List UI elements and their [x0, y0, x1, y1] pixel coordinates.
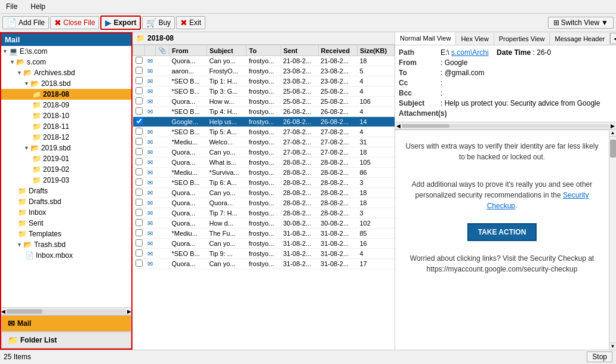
th-received[interactable]: Received [318, 45, 357, 56]
exit-button[interactable]: ✖ Exit [176, 16, 205, 29]
row-checkbox[interactable] [135, 87, 143, 94]
table-row[interactable]: ✉*Mediu...*Surviva...frostyo...28-08-2..… [133, 168, 395, 178]
table-row[interactable]: ✉Quora...Can yo...frostyo...21-08-2...21… [133, 56, 395, 66]
table-row[interactable]: ✉Quora...Tip 7: H...frostyo...28-08-2...… [133, 208, 395, 218]
table-row[interactable]: ✉Quora...Can yo...frostyo...27-08-2...27… [133, 147, 395, 158]
switch-view-button[interactable]: ⊞ Switch View ▼ [548, 17, 614, 29]
table-row[interactable]: ✉aaron...FrostyO...frostyo...23-08-2...2… [133, 66, 395, 76]
table-row[interactable]: ✉*SEO B...Tip 6: A...frostyo...28-08-2..… [133, 178, 395, 188]
tab-message-header[interactable]: Message Header [550, 33, 610, 45]
row-checkbox[interactable] [135, 229, 143, 236]
tree-node-archives[interactable]: ▼📂Archives.sbd [1, 67, 131, 78]
row-checkbox[interactable] [135, 128, 143, 135]
th-to[interactable]: To [247, 45, 281, 56]
left-horizontal-scrollbar[interactable]: ◀ ▶ [1, 307, 131, 314]
table-row[interactable]: ✉Google...Help us...frostyo...26-08-2...… [133, 117, 395, 127]
tree-node-draftssbd[interactable]: 📁Drafts.sbd [1, 196, 131, 207]
add-file-button[interactable]: 📄 Add File [2, 16, 49, 29]
tree-node-e_root[interactable]: ▼💻E:\s.com [1, 46, 131, 57]
tree-node-templates[interactable]: 📁Templates [1, 229, 131, 239]
row-checkbox[interactable] [135, 138, 143, 145]
row-checkbox[interactable] [135, 107, 143, 115]
th-subject[interactable]: Subject [207, 45, 246, 56]
row-checkbox[interactable] [135, 260, 143, 267]
row-checkbox[interactable] [135, 148, 143, 155]
tree-node-2018-08[interactable]: 📁2018-08 [1, 89, 131, 100]
table-row[interactable]: ✉*SEO B...Tip 1: H...frostyo...23-08-2..… [133, 76, 395, 87]
tree-node-2018-10[interactable]: 📁2018-10 [1, 110, 131, 121]
row-size: 18 [358, 198, 395, 208]
tree-node-trashsbd[interactable]: ▼📂Trash.sbd [1, 239, 131, 250]
tab-normal-mail-view[interactable]: Normal Mail View [395, 32, 456, 45]
tab-mail[interactable]: ✉ Mail [1, 315, 131, 332]
tree-node-sub1[interactable]: ▼📂s.com [1, 57, 131, 67]
row-checkbox[interactable] [135, 168, 143, 175]
right-scroll-left-icon[interactable]: ◀ [396, 123, 401, 129]
right-scroll-up-icon[interactable]: ▲ [609, 129, 616, 137]
row-checkbox[interactable] [135, 178, 143, 186]
row-checkbox[interactable] [135, 67, 143, 74]
row-checkbox[interactable] [135, 249, 143, 257]
tab-hex-view[interactable]: Hex View [456, 33, 494, 45]
tree-node-inbox[interactable]: 📁Inbox [1, 207, 131, 218]
row-checkbox[interactable] [135, 239, 143, 246]
tree-node-inbox_mbox[interactable]: 📄Inbox.mbox [1, 250, 131, 261]
row-checkbox[interactable] [135, 219, 143, 226]
right-header-scroll[interactable]: ◀ ▶ [395, 122, 616, 129]
tree-node-2019-02[interactable]: 📁2019-02 [1, 164, 131, 175]
table-row[interactable]: ✉Quora...How w...frostyo...25-08-2...25-… [133, 97, 395, 107]
stop-button[interactable]: Stop [587, 351, 612, 362]
tab-nav-left[interactable]: ◀ [610, 33, 616, 44]
th-size[interactable]: Size(KB) [358, 45, 395, 56]
row-from: Quora... [170, 208, 207, 218]
row-checkbox[interactable] [135, 209, 143, 216]
folder-tree[interactable]: ▼💻E:\s.com▼📂s.com▼📂Archives.sbd▼📂2018.sb… [1, 46, 131, 307]
scroll-left-icon[interactable]: ◀ [1, 309, 5, 314]
row-checkbox[interactable] [135, 57, 143, 64]
table-row[interactable]: ✉Quora...What is...frostyo...28-08-2...2… [133, 158, 395, 168]
th-sent[interactable]: Sent [281, 45, 318, 56]
table-row[interactable]: ✉*SEO B...Tip 9: ...frostyo...31-08-2...… [133, 249, 395, 259]
row-checkbox[interactable] [135, 189, 143, 196]
scroll-right-icon[interactable]: ▶ [127, 309, 131, 314]
row-checkbox[interactable] [135, 118, 143, 125]
close-file-button[interactable]: ✖ Close File [50, 16, 99, 29]
table-row[interactable]: ✉*SEO B...Tip 3: G...frostyo...25-08-2..… [133, 87, 395, 97]
th-from[interactable]: From [170, 45, 207, 56]
table-row[interactable]: ✉*Mediu...The Fu...frostyo...31-08-2...3… [133, 229, 395, 239]
export-button[interactable]: ▶ Export [100, 16, 141, 30]
row-checkbox[interactable] [135, 97, 143, 104]
right-scroll-right-icon[interactable]: ▶ [611, 123, 615, 129]
menu-help[interactable]: Help [27, 1, 49, 12]
tree-node-2019-03[interactable]: 📁2019-03 [1, 175, 131, 186]
table-row[interactable]: ✉*SEO B...Tip 5: A...frostyo...27-08-2..… [133, 127, 395, 137]
row-sent: 21-08-2... [281, 56, 318, 66]
take-action-button[interactable]: TAKE ACTION [467, 223, 537, 241]
tree-node-sent[interactable]: 📁Sent [1, 218, 131, 229]
row-checkbox[interactable] [135, 77, 143, 84]
tree-node-2019-01[interactable]: 📁2019-01 [1, 153, 131, 164]
table-row[interactable]: ✉*Mediu...Welco...frostyo...27-08-2...27… [133, 137, 395, 147]
row-checkbox[interactable] [135, 158, 143, 165]
tree-node-2018sbd[interactable]: ▼📂2018.sbd [1, 78, 131, 89]
buy-button[interactable]: 🛒 Buy [142, 16, 175, 29]
tree-node-drafts[interactable]: 📁Drafts [1, 186, 131, 196]
email-list[interactable]: 📎 From Subject To Sent Received Size(KB)… [133, 45, 395, 350]
tree-node-2019sbd[interactable]: ▼📂2019.sbd [1, 143, 131, 153]
table-row[interactable]: ✉*SEO B...Tip 4: H...frostyo...26-08-2..… [133, 107, 395, 117]
menu-file[interactable]: File [2, 1, 21, 12]
table-row[interactable]: ✉Quora...Can yo...frostyo...31-08-2...31… [133, 239, 395, 249]
tree-node-2018-09[interactable]: 📁2018-09 [1, 100, 131, 110]
row-checkbox[interactable] [135, 199, 143, 206]
tab-properties-view[interactable]: Properties View [494, 33, 550, 45]
table-row[interactable]: ✉Quora...Quora...frostyo...28-08-2...28-… [133, 198, 395, 208]
tree-node-2018-11[interactable]: 📁2018-11 [1, 121, 131, 132]
right-scroll-down-icon[interactable]: ▼ [609, 343, 616, 350]
tree-node-2018-12[interactable]: 📁2018-12 [1, 132, 131, 143]
right-vertical-scrollbar[interactable]: ▲ ▼ [609, 129, 616, 350]
table-row[interactable]: ✉Quora...Can yo...frostyo...31-08-2...31… [133, 259, 395, 269]
tab-folder-list[interactable]: 📁 Folder List [1, 332, 131, 348]
path-link[interactable]: s.com\Archi [451, 48, 489, 57]
table-row[interactable]: ✉Quora...How d...frostyo...30-08-2...30-… [133, 218, 395, 229]
table-row[interactable]: ✉Quora...Can yo...frostyo...28-08-2...28… [133, 188, 395, 198]
